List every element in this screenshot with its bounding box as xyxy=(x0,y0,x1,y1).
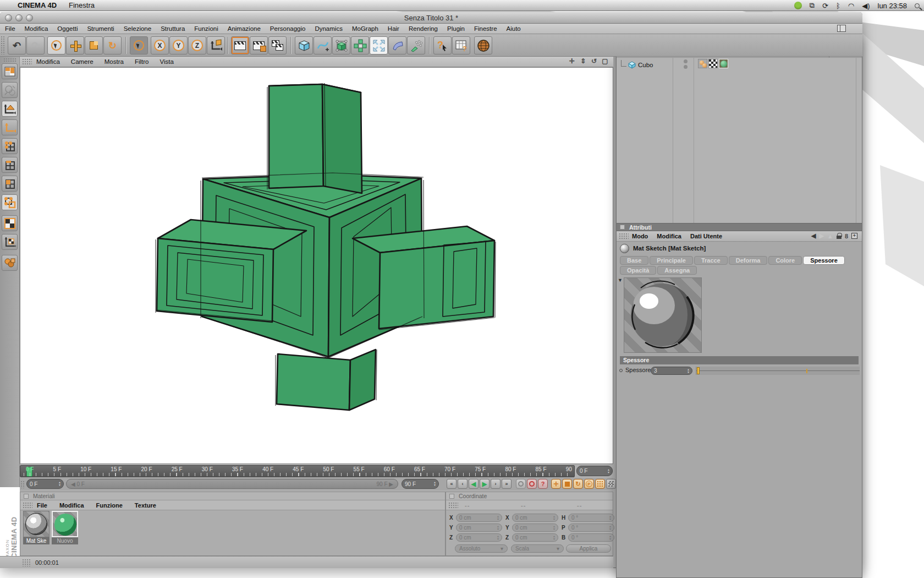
new-panel-icon[interactable]: + xyxy=(851,233,857,239)
section-header-spessore[interactable]: Spessore xyxy=(620,356,859,364)
tab-base[interactable]: Base xyxy=(620,256,648,265)
materials-menu-grip[interactable] xyxy=(23,502,32,509)
coordinates-panel-checkbox[interactable] xyxy=(449,494,454,499)
history-back-icon[interactable]: ◀ xyxy=(811,232,816,239)
uvw-tag-icon[interactable] xyxy=(708,59,718,68)
undo-button[interactable]: ↶ xyxy=(8,36,26,54)
record-pla-toggle[interactable] xyxy=(595,479,605,489)
help-button[interactable]: ? xyxy=(433,36,452,54)
globe-button[interactable] xyxy=(474,36,492,54)
frame-range-slider[interactable]: ◀ 0 F 90 F ▶ xyxy=(66,479,398,489)
layout-tile-button[interactable] xyxy=(2,63,18,79)
lock-y-axis-button[interactable]: Y xyxy=(169,36,188,54)
object-name[interactable]: Cubo xyxy=(638,62,653,68)
points-mode-button[interactable] xyxy=(2,138,18,154)
lock-z-axis-button[interactable]: Z xyxy=(188,36,206,54)
goto-start-button[interactable]: « xyxy=(447,479,457,489)
next-key-button[interactable]: › xyxy=(491,479,501,489)
layout-switch-icon[interactable] xyxy=(837,25,846,32)
particles-button[interactable] xyxy=(407,36,425,54)
record-position-button[interactable] xyxy=(516,479,526,489)
axis-mode-button[interactable] xyxy=(2,119,18,135)
viewport-toggle-icon[interactable]: ▢ xyxy=(601,57,609,65)
deformer-button[interactable] xyxy=(370,36,388,54)
tab-principale[interactable]: Principale xyxy=(650,256,693,265)
subdivision-surface-button[interactable] xyxy=(332,36,350,54)
world-coordinates-button[interactable] xyxy=(2,82,18,98)
spotlight-icon[interactable] xyxy=(915,2,920,10)
phong-tag-icon[interactable] xyxy=(698,59,707,68)
vp-menu-filtro[interactable]: Filtro xyxy=(135,58,149,65)
tab-spessore[interactable]: Spessore xyxy=(803,256,845,265)
camera-pan-icon[interactable]: ✛ xyxy=(568,57,576,65)
vp-menu-vista[interactable]: Vista xyxy=(160,58,173,65)
edges-mode-button[interactable] xyxy=(2,157,18,173)
vp-menu-mostra[interactable]: Mostra xyxy=(105,58,124,65)
autokey-help-button[interactable]: ? xyxy=(538,479,548,489)
materials-menu-texture[interactable]: Texture xyxy=(135,502,156,509)
play-backward-button[interactable]: ◀ xyxy=(469,479,479,489)
menu-finestre[interactable]: Finestre xyxy=(474,25,497,32)
volume-icon[interactable]: ◀) xyxy=(862,2,870,10)
object-list[interactable]: Cubo xyxy=(617,58,862,223)
add-spline-button[interactable] xyxy=(314,36,332,54)
menu-aiuto[interactable]: Aiuto xyxy=(507,25,521,32)
lock-icon[interactable] xyxy=(837,233,842,239)
sync-icon[interactable]: ⟳ xyxy=(822,2,828,10)
mode-dropdown-absolute[interactable]: Assoluto▾ xyxy=(455,544,508,553)
displays-icon[interactable]: ⧉ xyxy=(810,1,815,10)
vp-menu-camere[interactable]: Camere xyxy=(71,58,94,65)
keyable-dot-icon[interactable] xyxy=(619,369,623,372)
texture-mode-button[interactable] xyxy=(2,215,18,231)
render-queue-button[interactable] xyxy=(268,36,287,54)
menu-modifica[interactable]: Modifica xyxy=(25,25,48,32)
menu-selezione[interactable]: Selezione xyxy=(124,25,152,32)
statusbar-grip[interactable] xyxy=(22,559,31,566)
tab-colore[interactable]: Colore xyxy=(768,256,802,265)
add-primitive-button[interactable] xyxy=(295,36,313,54)
pos-z-field[interactable]: 0 cm▴▾ xyxy=(456,533,502,542)
menu-personaggio[interactable]: Personaggio xyxy=(270,25,306,32)
pos-x-field[interactable]: 0 cm▴▾ xyxy=(456,514,502,522)
record-rotation-toggle[interactable]: ↻ xyxy=(573,479,583,489)
visibility-dots[interactable] xyxy=(684,59,688,69)
material-nuovo[interactable]: Nuovo xyxy=(52,511,78,545)
viewport[interactable] xyxy=(20,67,613,464)
end-frame-field[interactable]: 90 F▴▾ xyxy=(402,479,439,489)
menu-funzioni[interactable]: Funzioni xyxy=(194,25,218,32)
attributes-panel-checkbox[interactable] xyxy=(620,225,625,230)
snap-settings-button[interactable] xyxy=(2,255,18,271)
array-button[interactable] xyxy=(351,36,369,54)
os-app-name[interactable]: CINEMA 4D xyxy=(18,1,57,9)
tab-assegna[interactable]: Assegna xyxy=(657,266,697,275)
menu-file[interactable]: File xyxy=(5,25,15,32)
last-tool-button[interactable] xyxy=(130,36,148,54)
vp-menu-modifica[interactable]: Modifica xyxy=(36,58,60,65)
menu-strumenti[interactable]: Strumenti xyxy=(87,25,114,32)
am-menu-dati-utente[interactable]: Dati Utente xyxy=(690,233,722,239)
texture-axis-mode-button[interactable] xyxy=(2,234,18,250)
mode-dropdown-scale[interactable]: Scala▾ xyxy=(511,544,564,553)
timeline-ruler[interactable]: 0 F 5 F10 F 15 F20 F 25 F30 F 35 F40 F 4… xyxy=(20,465,575,477)
spessore-slider[interactable] xyxy=(696,367,860,375)
lock-x-axis-button[interactable]: X xyxy=(151,36,169,54)
menu-dynamics[interactable]: Dynamics xyxy=(315,25,342,32)
current-frame-field[interactable]: 0 F▴▾ xyxy=(576,466,613,476)
am-menu-modifica[interactable]: Modifica xyxy=(657,233,681,239)
wifi-icon[interactable]: ◠ xyxy=(848,2,854,10)
menu-plugin[interactable]: Plugin xyxy=(447,25,465,32)
coordinates-menu-grip[interactable] xyxy=(448,502,458,509)
render-view-button[interactable] xyxy=(231,36,249,54)
menu-oggetti[interactable]: Oggetti xyxy=(57,25,78,32)
record-parameter-toggle[interactable]: P xyxy=(584,479,594,489)
menu-hair[interactable]: Hair xyxy=(388,25,399,32)
play-forward-button[interactable]: ▶ xyxy=(480,479,490,489)
spessore-value-field[interactable]: 3▴▾ xyxy=(651,367,692,375)
toolbar-grip[interactable] xyxy=(1,36,6,54)
content-browser-button[interactable]: ? xyxy=(452,36,470,54)
live-selection-button[interactable] xyxy=(47,36,65,54)
menu-struttura[interactable]: Struttura xyxy=(161,25,185,32)
menu-animazione[interactable]: Animazione xyxy=(228,25,261,32)
record-position-toggle[interactable]: ✛ xyxy=(551,479,561,489)
camera-rotate-icon[interactable]: ↺ xyxy=(590,57,598,65)
